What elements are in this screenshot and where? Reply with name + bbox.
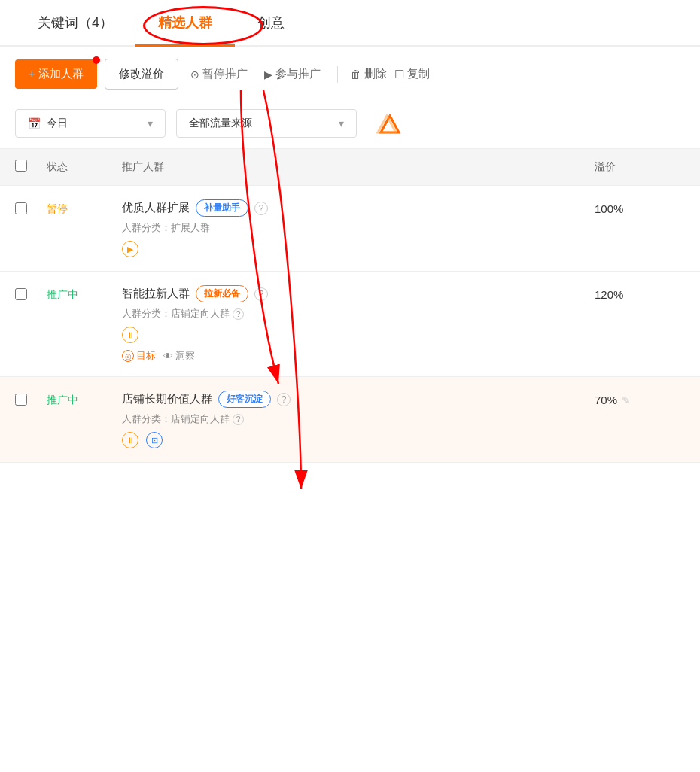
- tabs-container: 关键词（4） 精选人群 创意: [0, 0, 700, 47]
- calendar-icon: 📅: [28, 117, 41, 129]
- chevron-down-icon: ▾: [148, 117, 153, 129]
- chevron-down-icon: ▾: [339, 117, 344, 129]
- delete-button[interactable]: 🗑 删除: [350, 67, 387, 81]
- row3-help-icon[interactable]: ?: [277, 393, 291, 406]
- row2-extra-actions: ◎ 目标 👁 洞察: [122, 349, 580, 363]
- row2-sub-help-icon[interactable]: ?: [233, 308, 244, 320]
- date-filter[interactable]: 📅 今日 ▾: [15, 109, 166, 138]
- row1-checkbox[interactable]: [15, 199, 32, 217]
- row1-content: 优质人群扩展 补量助手 ? 人群分类：扩展人群 ▶: [122, 199, 580, 257]
- join-button[interactable]: ▶ 参与推广: [260, 61, 325, 87]
- source-filter[interactable]: 全部流量来源 ▾: [176, 109, 357, 138]
- row2-sub: 人群分类：店铺定向人群 ?: [122, 307, 580, 321]
- row3-sub: 人群分类：店铺定向人群 ?: [122, 412, 580, 426]
- row3-price: 70% ✎: [595, 391, 685, 406]
- row1-status: 暂停: [47, 199, 107, 216]
- row3-bookmark-icon[interactable]: ⊡: [146, 432, 163, 448]
- row3-status: 推广中: [47, 391, 107, 407]
- row3-edit-icon[interactable]: ✎: [622, 394, 631, 406]
- pause-button[interactable]: ⊙ 暂停推广: [186, 61, 252, 87]
- brand-logo: [375, 111, 405, 135]
- header-checkbox[interactable]: [15, 160, 32, 175]
- row1-sub: 人群分类：扩展人群: [122, 221, 580, 235]
- row1-price: 100%: [595, 199, 685, 215]
- row2-content: 智能拉新人群 拉新必备 ? 人群分类：店铺定向人群 ? ⏸ ◎ 目标 👁 洞察: [122, 285, 580, 363]
- tab-keywords[interactable]: 关键词（4）: [15, 0, 135, 45]
- toolbar-divider: [337, 66, 338, 83]
- row2-actions: ⏸: [122, 327, 580, 343]
- copy-button[interactable]: ☐ 复制: [394, 67, 430, 81]
- copy-icon: ☐: [394, 68, 404, 81]
- table-row: 暂停 优质人群扩展 补量助手 ? 人群分类：扩展人群 ▶ 100%: [0, 186, 700, 272]
- row1-help-icon[interactable]: ?: [254, 202, 268, 215]
- row2-pause-icon[interactable]: ⏸: [122, 327, 138, 343]
- row3-pause-icon[interactable]: ⏸: [122, 432, 138, 448]
- eye-icon: 👁: [163, 351, 173, 362]
- row3-name: 店铺长期价值人群 好客沉淀 ?: [122, 391, 580, 408]
- row3-tag: 好客沉淀: [218, 391, 271, 408]
- filters: 📅 今日 ▾ 全部流量来源 ▾: [0, 102, 700, 148]
- toolbar: + 添加人群 修改溢价 ⊙ 暂停推广 ▶ 参与推广 🗑 删除 ☐ 复制: [0, 47, 700, 102]
- header-status: 状态: [47, 160, 107, 174]
- row3-actions: ⏸ ⊡: [122, 432, 580, 448]
- tab-creative[interactable]: 创意: [235, 0, 307, 45]
- header-crowd: 推广人群: [122, 160, 580, 174]
- row1-actions: ▶: [122, 241, 580, 257]
- notification-dot: [93, 56, 100, 64]
- table-header: 状态 推广人群 溢价: [0, 148, 700, 186]
- row2-status: 推广中: [47, 285, 107, 302]
- row2-insight-link[interactable]: 👁 洞察: [163, 349, 195, 363]
- row3-content: 店铺长期价值人群 好客沉淀 ? 人群分类：店铺定向人群 ? ⏸ ⊡: [122, 391, 580, 448]
- row1-tag: 补量助手: [196, 199, 248, 217]
- row1-name: 优质人群扩展 补量助手 ?: [122, 199, 580, 217]
- delete-icon: 🗑: [350, 68, 361, 81]
- row3-checkbox[interactable]: [15, 391, 32, 409]
- play-icon: ▶: [264, 68, 272, 81]
- tab-crowd[interactable]: 精选人群: [135, 0, 235, 45]
- pause-icon: ⊙: [190, 68, 199, 81]
- add-crowd-button[interactable]: + 添加人群: [15, 59, 97, 89]
- modify-price-button[interactable]: 修改溢价: [105, 59, 178, 90]
- select-all-checkbox[interactable]: [15, 160, 27, 172]
- row2-name: 智能拉新人群 拉新必备 ?: [122, 285, 580, 302]
- row2-checkbox[interactable]: [15, 285, 32, 303]
- row3-sub-help-icon[interactable]: ?: [233, 414, 244, 425]
- table-row: 推广中 智能拉新人群 拉新必备 ? 人群分类：店铺定向人群 ? ⏸ ◎ 目标: [0, 272, 700, 377]
- table-row: 推广中 店铺长期价值人群 好客沉淀 ? 人群分类：店铺定向人群 ? ⏸ ⊡ 70…: [0, 377, 700, 463]
- header-price: 溢价: [595, 160, 685, 174]
- target-icon: ◎: [122, 350, 134, 362]
- row2-help-icon[interactable]: ?: [254, 287, 268, 301]
- row2-price: 120%: [595, 285, 685, 301]
- row2-target-link[interactable]: ◎ 目标: [122, 349, 156, 363]
- row1-play-icon[interactable]: ▶: [122, 241, 138, 257]
- row2-tag: 拉新必备: [196, 285, 248, 302]
